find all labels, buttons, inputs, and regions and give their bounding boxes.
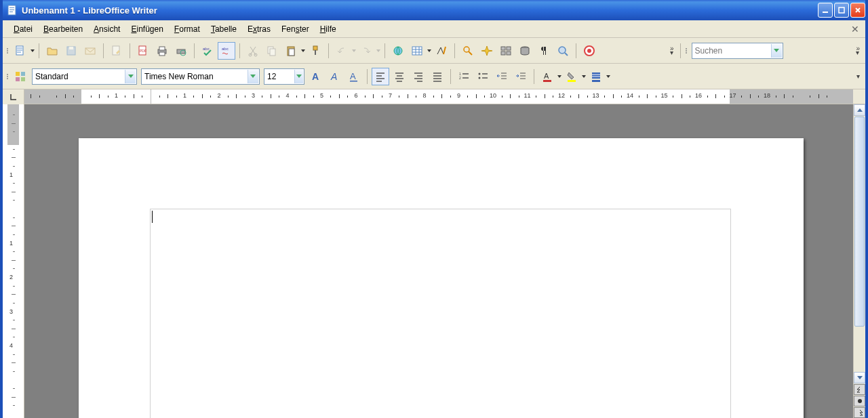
decrease-indent-button[interactable] <box>493 68 511 85</box>
italic-button[interactable]: A <box>326 68 344 85</box>
gallery-button[interactable] <box>497 42 515 60</box>
font-size-combo[interactable] <box>264 68 304 85</box>
table-dropdown[interactable] <box>427 49 432 52</box>
redo-dropdown[interactable] <box>376 49 381 52</box>
menu-ansicht[interactable]: Ansicht <box>88 23 125 35</box>
scroll-up-button[interactable] <box>854 104 865 116</box>
font-size-dropdown[interactable] <box>294 70 303 83</box>
format-paintbrush-button[interactable] <box>307 42 324 60</box>
menu-bearbeiten[interactable]: Bearbeiten <box>38 23 88 35</box>
search-input[interactable] <box>692 44 770 58</box>
menu-einfugen[interactable]: Einfügen <box>125 23 168 35</box>
menu-extras[interactable]: Extras <box>242 23 276 35</box>
align-left-button[interactable] <box>372 68 389 85</box>
paragraph-style-dropdown[interactable] <box>125 70 136 83</box>
vertical-scrollbar[interactable] <box>853 104 865 418</box>
background-color-button[interactable] <box>587 68 605 85</box>
show-draw-button[interactable] <box>433 42 450 60</box>
menu-fenster[interactable]: Fenster <box>276 23 315 35</box>
svg-rect-31 <box>507 47 511 50</box>
edit-file-button[interactable] <box>108 42 125 60</box>
auto-spellcheck-button[interactable]: abc <box>218 42 235 60</box>
underline-button[interactable]: A <box>345 68 363 85</box>
vertical-ruler[interactable]: 11234 <box>3 104 24 418</box>
search-toolbar-handle[interactable] <box>684 41 690 60</box>
menu-tabelle[interactable]: Tabelle <box>205 23 242 35</box>
redo-button[interactable] <box>357 42 375 60</box>
styles-button[interactable] <box>12 68 29 85</box>
spellcheck-button[interactable]: abc <box>199 42 216 60</box>
minimize-button[interactable] <box>818 3 833 18</box>
new-doc-dropdown[interactable] <box>30 49 35 52</box>
toolbar-overflow[interactable]: »▾ <box>667 45 677 56</box>
text-cursor <box>152 211 153 223</box>
save-button[interactable] <box>62 42 80 60</box>
document-viewport[interactable] <box>24 104 853 418</box>
highlight-dropdown[interactable] <box>581 75 587 78</box>
next-page-button[interactable] <box>854 407 865 418</box>
scroll-thumb[interactable] <box>854 117 865 327</box>
cut-button[interactable] <box>244 42 262 60</box>
undo-button[interactable] <box>333 42 351 60</box>
find-replace-button[interactable] <box>459 42 477 60</box>
zoom-button[interactable] <box>554 42 572 60</box>
new-doc-button[interactable] <box>12 42 29 60</box>
paste-button[interactable] <box>282 42 300 60</box>
font-size-input[interactable] <box>264 70 294 83</box>
svg-text:abc: abc <box>203 47 210 51</box>
print-button[interactable] <box>153 42 171 60</box>
ruler-corner[interactable] <box>3 89 24 104</box>
font-color-button[interactable]: A <box>538 68 556 85</box>
search-toolbar-overflow[interactable]: »▾ <box>853 45 863 56</box>
maximize-button[interactable] <box>834 3 849 18</box>
formatting-toolbar-overflow[interactable]: ▾ <box>854 73 863 80</box>
navigator-button[interactable] <box>478 42 496 60</box>
align-right-button[interactable] <box>410 68 427 85</box>
copy-button[interactable] <box>263 42 281 60</box>
data-sources-button[interactable] <box>516 42 534 60</box>
font-name-combo[interactable] <box>141 68 260 85</box>
page[interactable] <box>79 138 804 418</box>
window-close-button[interactable] <box>850 3 865 18</box>
nonprinting-chars-button[interactable] <box>535 42 553 60</box>
background-color-dropdown[interactable] <box>606 75 611 78</box>
open-button[interactable] <box>43 42 61 60</box>
bold-button[interactable]: A <box>307 68 325 85</box>
hyperlink-button[interactable] <box>389 42 407 60</box>
menu-hilfe[interactable]: Hilfe <box>315 23 342 35</box>
bullets-button[interactable] <box>474 68 492 85</box>
svg-rect-25 <box>289 49 294 56</box>
export-pdf-button[interactable]: PDF <box>134 42 152 60</box>
horizontal-ruler[interactable]: 1123456789101112131415161718 <box>24 89 853 104</box>
numbering-button[interactable]: 12 <box>455 68 473 85</box>
table-button[interactable] <box>408 42 426 60</box>
email-button[interactable] <box>81 42 99 60</box>
document-area: 11234 <box>3 104 865 418</box>
search-field[interactable] <box>692 43 783 59</box>
font-name-input[interactable] <box>142 70 247 83</box>
paragraph-style-combo[interactable] <box>32 68 137 85</box>
menu-datei[interactable]: Datei <box>8 23 38 35</box>
toolbar-handle[interactable] <box>5 41 11 60</box>
align-justify-button[interactable] <box>429 68 446 85</box>
formatting-toolbar-handle[interactable] <box>5 67 11 86</box>
align-center-button[interactable] <box>391 68 408 85</box>
navigation-button[interactable] <box>854 396 865 406</box>
print-preview-button[interactable] <box>172 42 190 60</box>
help-button[interactable] <box>580 42 598 60</box>
font-name-dropdown[interactable] <box>248 70 258 83</box>
svg-point-48 <box>479 72 481 75</box>
increase-indent-button[interactable] <box>512 68 530 85</box>
prev-page-button[interactable] <box>854 384 865 395</box>
search-dropdown[interactable] <box>771 44 782 58</box>
svg-rect-45 <box>350 81 357 82</box>
font-color-dropdown[interactable] <box>557 75 562 78</box>
undo-dropdown[interactable] <box>351 49 357 52</box>
highlight-button[interactable] <box>563 68 580 85</box>
menu-format[interactable]: Format <box>169 23 205 35</box>
doc-close-icon[interactable]: ✕ <box>849 23 861 35</box>
scroll-down-button[interactable] <box>854 372 865 383</box>
paste-dropdown[interactable] <box>300 49 306 52</box>
svg-rect-30 <box>501 47 505 50</box>
paragraph-style-input[interactable] <box>33 70 124 83</box>
